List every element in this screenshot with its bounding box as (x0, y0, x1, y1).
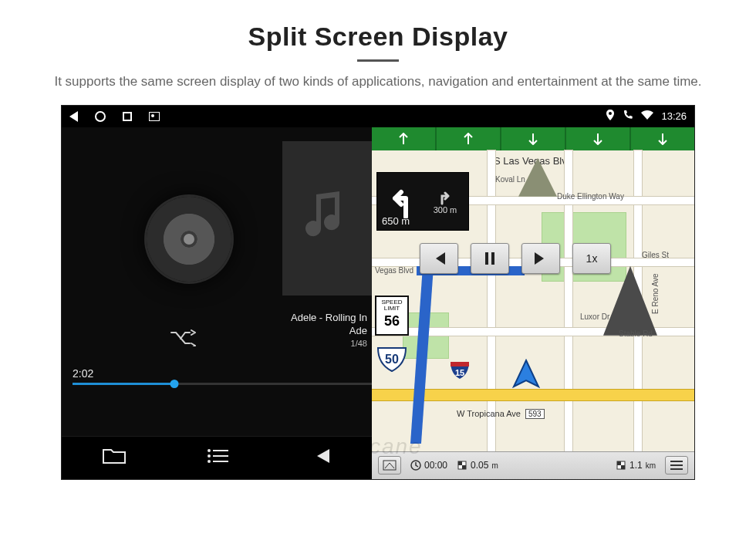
folder-button[interactable] (103, 448, 126, 468)
turn-instruction-box: 300 m 650 m (376, 172, 469, 231)
svg-point-5 (208, 460, 211, 463)
interstate-shield: 15 (449, 359, 471, 383)
page-subtitle: It supports the same screen display of t… (0, 73, 756, 106)
destination-flag-icon (616, 460, 626, 471)
label-luxor: Luxor Dr (580, 312, 609, 321)
music-bottom-bar (62, 436, 372, 479)
elapsed-time: 2:02 (73, 367, 93, 380)
tropicana-street: W Tropicana Ave (457, 409, 521, 418)
speed-limit-value: 56 (376, 314, 407, 329)
svg-rect-14 (458, 461, 462, 465)
svg-rect-20 (670, 464, 683, 466)
distance-flag-icon (457, 460, 467, 471)
svg-rect-2 (213, 450, 228, 451)
footer-distance: 1.1 (629, 460, 643, 471)
svg-point-0 (609, 112, 612, 115)
nav-next-button[interactable] (521, 243, 560, 274)
device-frame: 13:26 Adele - Rolling In Ade 1/48 (62, 106, 694, 479)
lane-guidance-bar (372, 127, 694, 150)
music-player-pane: Adele - Rolling In Ade 1/48 2:02 (62, 127, 372, 479)
svg-rect-21 (670, 468, 683, 470)
progress-bar[interactable] (73, 383, 372, 385)
phone-icon (623, 110, 633, 123)
next-turn-distance: 300 m (434, 205, 457, 214)
turn-distance: 650 m (382, 215, 410, 227)
track-metadata: Adele - Rolling In Ade 1/48 (244, 311, 367, 350)
label-stable: Stable Rd (619, 329, 653, 338)
speed-limit-sign: SPEED LIMIT 56 (375, 296, 409, 336)
svg-rect-19 (670, 461, 683, 462)
android-status-bar: 13:26 (62, 106, 694, 127)
route-overview-button[interactable] (378, 456, 401, 475)
shuffle-button[interactable] (170, 329, 196, 350)
progress-knob[interactable] (170, 380, 178, 388)
svg-rect-6 (213, 461, 228, 462)
nav-control-row: 1x (420, 243, 611, 274)
label-vegas: Vegas Blvd (375, 266, 413, 275)
playlist-button[interactable] (207, 448, 230, 467)
label-giles: Giles St (642, 251, 669, 259)
wifi-icon (641, 110, 653, 122)
route-shield: 50 (376, 346, 407, 373)
lane-3 (501, 127, 566, 150)
lane-1 (372, 127, 437, 150)
label-reno: E Reno Ave (651, 273, 660, 314)
progress-area: 2:02 (73, 366, 372, 385)
svg-rect-7 (485, 252, 488, 265)
nav-pause-button[interactable] (471, 243, 509, 274)
back-icon[interactable] (69, 111, 78, 122)
svg-point-3 (208, 454, 211, 458)
nav-footer-bar: 00:00 0.05 m 1.1 km (372, 451, 694, 479)
track-title: Adele - Rolling In (244, 311, 367, 325)
clock-icon (410, 460, 421, 471)
svg-rect-4 (213, 455, 228, 457)
nav-speed-button[interactable]: 1x (572, 243, 611, 274)
svg-rect-15 (462, 465, 466, 469)
location-icon (606, 110, 615, 123)
label-koval: Koval Ln (495, 175, 525, 184)
nav-prev-button[interactable] (420, 243, 458, 274)
album-art-placeholder (282, 141, 372, 296)
svg-rect-17 (617, 461, 621, 465)
svg-point-1 (208, 449, 211, 452)
label-duke: Duke Ellington Way (557, 192, 624, 201)
home-icon[interactable] (95, 111, 106, 122)
prev-track-button[interactable] (311, 448, 331, 468)
footer-meters-unit: m (491, 461, 498, 470)
turn-right-icon (437, 188, 453, 205)
tropicana-number: 593 (525, 409, 545, 419)
lane-2 (437, 127, 501, 150)
track-counter: 1/48 (244, 338, 367, 350)
lane-5 (631, 127, 694, 150)
tropicana-label: W Tropicana Ave 593 (457, 409, 545, 419)
footer-meters: 0.05 (471, 460, 488, 471)
status-clock: 13:26 (661, 110, 687, 122)
navigation-pane: S Las Vegas Blvd Koval Ln Duke Ellington… (372, 127, 694, 479)
svg-text:15: 15 (455, 368, 464, 377)
track-artist: Ade (244, 324, 367, 338)
nav-menu-button[interactable] (665, 456, 688, 475)
svg-text:50: 50 (385, 353, 399, 366)
recent-icon[interactable] (123, 112, 132, 121)
page-title: Split Screen Display (0, 0, 756, 52)
footer-distance-unit: km (646, 461, 656, 470)
picture-icon (149, 112, 160, 121)
title-underline (357, 59, 399, 62)
footer-time: 00:00 (424, 460, 447, 471)
speed-limit-label2: LIMIT (376, 306, 407, 312)
svg-rect-18 (621, 465, 625, 469)
album-disc[interactable] (147, 197, 231, 282)
svg-rect-8 (491, 252, 494, 265)
lane-4 (566, 127, 631, 150)
vehicle-cursor-icon (509, 357, 543, 394)
